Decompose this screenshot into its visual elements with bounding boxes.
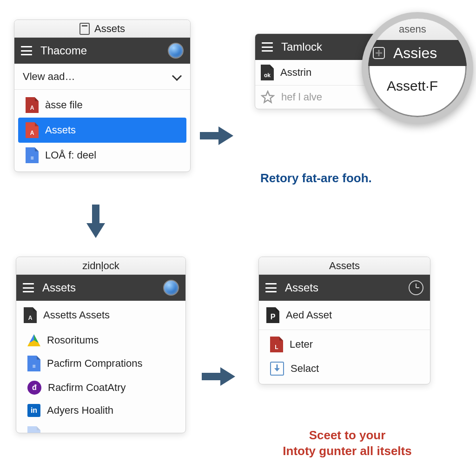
hamburger-icon[interactable]: [265, 283, 277, 292]
panel3-section: A Assetts Assets: [16, 301, 185, 330]
list-item-selact[interactable]: Selact: [263, 357, 426, 380]
panel-zidnlock: zidnļock Assets A Assetts Assets Rosorit…: [16, 257, 186, 433]
list-item-label: Selact: [291, 363, 319, 375]
list-item-label: hef l alve: [281, 91, 322, 103]
magnifier-content: Assett·F: [368, 66, 467, 94]
magnifier-title: Assies: [393, 45, 437, 62]
dropdown-label: Vlew aad…: [23, 71, 75, 83]
magnifier-darkbar: Assies: [368, 40, 467, 66]
panel-assets-final: Assets Assets P Aed Asset L Leter Selact: [258, 257, 430, 384]
panel3-list: Rosoritums ≡ Pacfirm Comprations đ Racfi…: [16, 330, 185, 433]
list-item-rosoritums[interactable]: Rosoritums: [20, 330, 182, 351]
hamburger-icon[interactable]: [23, 283, 34, 292]
circle-icon: đ: [27, 381, 41, 395]
file-icon: A: [26, 97, 39, 113]
panel-thacome: Assets Thacome Vlew aad… A àsse file A A…: [14, 20, 191, 172]
panel3-toolbar: Assets: [16, 275, 185, 301]
drive-icon: [27, 334, 40, 346]
list-item-racfirm[interactable]: đ Racfirm CoatAtry: [20, 376, 182, 399]
clock-icon[interactable]: [409, 280, 423, 295]
magnifier-callout: asens Assies Assett·F: [362, 12, 473, 124]
list-item-leter[interactable]: L Leter: [263, 332, 426, 357]
list-item-pacfirm[interactable]: ≡ Pacfirm Comprations: [20, 351, 182, 376]
panel4-bar-title: Assets: [285, 281, 400, 294]
panel3-titlebar: zidnļock: [16, 257, 185, 275]
panel1-list: A àsse file A Assets ≡ LOÅ f: deel: [14, 90, 190, 172]
section-label: Aed Asset: [286, 309, 332, 321]
list-item-loa[interactable]: ≡ LOÅ f: deel: [18, 143, 186, 168]
panel3-bar-title: Assets: [42, 281, 155, 294]
list-item-assets[interactable]: A Assets: [18, 118, 186, 143]
list-item-label: Asstrin: [280, 66, 311, 79]
panel4-toolbar: Assets: [259, 275, 430, 301]
list-item-adyers[interactable]: in Adyers Hoalith: [20, 399, 182, 422]
arrow-right-icon: [202, 366, 235, 387]
magnifier-topbar: asens: [368, 19, 467, 40]
list-item-label: Leter: [290, 338, 313, 350]
hamburger-icon[interactable]: [262, 42, 273, 52]
list-item-partial[interactable]: [20, 422, 182, 433]
list-item-label: Assets: [45, 124, 76, 136]
file-icon: ok: [261, 65, 274, 80]
view-dropdown[interactable]: Vlew aad…: [14, 64, 190, 90]
list-item-label: Rosoritums: [47, 334, 99, 346]
panel4-title: Assets: [329, 260, 360, 272]
file-icon: A: [26, 122, 39, 138]
list-item-label: Adyers Hoalith: [47, 404, 113, 416]
list-item-label: Pacfirm Comprations: [47, 357, 142, 370]
file-icon: L: [270, 337, 283, 352]
file-icon: [27, 426, 40, 433]
hamburger-icon[interactable]: [21, 46, 32, 55]
panel1-toolbar: Thacome: [14, 38, 190, 64]
arrow-down-icon: [86, 205, 106, 238]
file-icon: ≡: [27, 356, 40, 371]
list-item-label: Racfirm CoatAtry: [48, 382, 126, 394]
file-icon: A: [24, 307, 37, 323]
globe-icon[interactable]: [163, 280, 179, 296]
star-icon: [261, 90, 275, 104]
list-item-label: LOÅ f: deel: [45, 149, 96, 161]
file-icon: ≡: [26, 147, 39, 163]
magnifier-top-label: asens: [399, 23, 426, 35]
caption-sceet: Sceet to your Intoty gunter all itselts: [271, 428, 424, 459]
panel1-bar-title: Thacome: [40, 44, 159, 57]
globe-icon[interactable]: [168, 43, 184, 59]
folder-icon: [79, 23, 90, 35]
caption-line1: Sceet to your: [271, 428, 424, 443]
list-item-label: àsse file: [45, 99, 83, 111]
arrow-right-icon: [200, 126, 233, 146]
plus-icon[interactable]: [373, 47, 385, 59]
section-label: Assetts Assets: [43, 309, 110, 321]
panel4-list: L Leter Selact: [259, 330, 430, 384]
panel1-titlebar: Assets: [14, 20, 190, 38]
file-icon: P: [266, 307, 279, 323]
chevron-down-icon: [172, 72, 182, 82]
panel3-title: zidnļock: [82, 260, 119, 272]
list-item-asse-file[interactable]: A àsse file: [18, 93, 186, 118]
caption-line2: Intoty gunter all itselts: [271, 443, 424, 459]
linkedin-icon: in: [27, 404, 40, 417]
caption-retory: Retory fat-are fooh.: [260, 171, 372, 185]
download-icon: [270, 362, 284, 376]
panel4-titlebar: Assets: [259, 257, 430, 275]
panel1-title: Assets: [94, 23, 125, 35]
panel4-section: P Aed Asset: [259, 301, 430, 330]
